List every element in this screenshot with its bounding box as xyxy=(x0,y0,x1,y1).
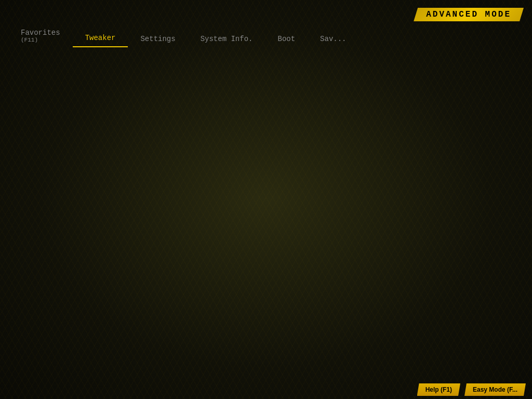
easy-mode-button[interactable]: Easy Mode (F... xyxy=(464,383,526,396)
tab-save[interactable]: Sav... xyxy=(308,32,358,47)
advanced-mode-badge: ADVANCED MODE xyxy=(414,8,524,21)
tab-settings[interactable]: Settings xyxy=(128,32,188,47)
tab-tweaker[interactable]: Tweaker xyxy=(73,31,128,47)
help-button[interactable]: Help (F1) xyxy=(417,383,460,396)
tab-favorites[interactable]: Favorites (F11) xyxy=(8,25,73,47)
tab-boot[interactable]: Boot xyxy=(265,32,308,47)
tab-system-info[interactable]: System Info. xyxy=(188,32,265,47)
